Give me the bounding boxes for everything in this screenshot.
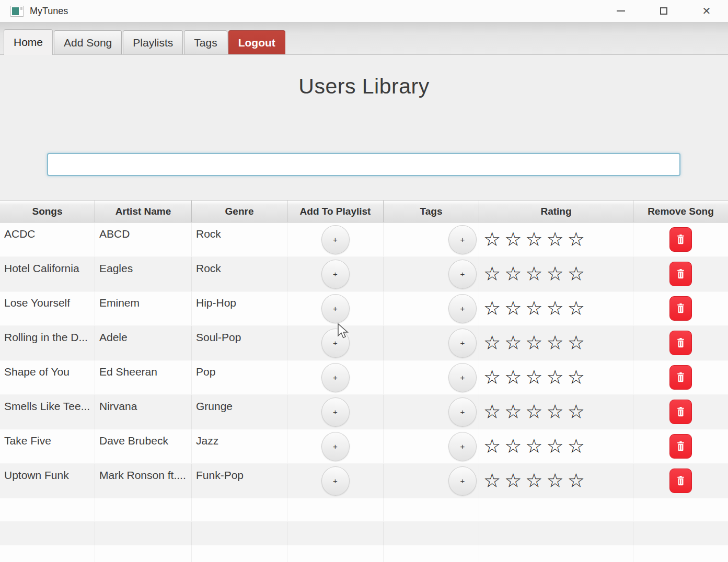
table-header: Songs Artist Name Genre Add To Playlist … (0, 201, 728, 223)
add-to-playlist-button[interactable]: + (321, 329, 350, 358)
star-icon[interactable]: ☆ (568, 333, 585, 353)
star-icon[interactable]: ☆ (504, 264, 522, 284)
star-icon[interactable]: ☆ (547, 230, 564, 249)
search-input[interactable] (47, 153, 680, 176)
artist-cell: Dave Brubeck (95, 429, 192, 464)
add-tag-button[interactable]: + (448, 329, 477, 358)
add-tag-button[interactable]: + (448, 397, 477, 427)
remove-song-button[interactable] (669, 296, 692, 321)
close-button[interactable]: ✕ (685, 0, 728, 22)
add-to-playlist-button[interactable]: + (321, 225, 350, 254)
star-icon[interactable]: ☆ (483, 299, 501, 318)
star-icon[interactable]: ☆ (525, 333, 542, 353)
star-icon[interactable]: ☆ (547, 368, 564, 387)
column-header-add-to-playlist[interactable]: Add To Playlist (287, 201, 384, 222)
add-tag-button[interactable]: + (448, 225, 477, 254)
star-icon[interactable]: ☆ (504, 437, 522, 456)
plus-icon: + (333, 373, 338, 382)
plus-icon: + (333, 476, 338, 485)
remove-song-button[interactable] (669, 331, 692, 355)
add-to-playlist-button[interactable]: + (321, 397, 350, 427)
star-icon[interactable]: ☆ (483, 471, 501, 490)
song-cell: Rolling in the D... (0, 326, 95, 360)
star-icon[interactable]: ☆ (547, 402, 564, 421)
tab-tags[interactable]: Tags (184, 30, 227, 54)
maximize-button[interactable] (642, 0, 685, 22)
star-icon[interactable]: ☆ (568, 368, 585, 387)
star-icon[interactable]: ☆ (568, 471, 585, 490)
column-header-rating[interactable]: Rating (479, 201, 633, 222)
star-icon[interactable]: ☆ (504, 368, 522, 387)
trash-icon (677, 303, 685, 313)
star-icon[interactable]: ☆ (568, 299, 585, 318)
song-title: Take Five (4, 435, 51, 447)
star-icon[interactable]: ☆ (525, 471, 542, 490)
star-icon[interactable]: ☆ (547, 333, 564, 353)
star-icon[interactable]: ☆ (483, 333, 501, 353)
add-tag-button[interactable]: + (448, 432, 477, 461)
song-cell: Take Five (0, 429, 95, 464)
rating-cell: ☆☆☆☆☆ (479, 257, 633, 291)
star-icon[interactable]: ☆ (568, 230, 585, 249)
empty-cell (95, 498, 192, 522)
column-header-remove-song[interactable]: Remove Song (633, 201, 728, 222)
star-icon[interactable]: ☆ (568, 402, 585, 421)
star-icon[interactable]: ☆ (504, 333, 522, 353)
star-icon[interactable]: ☆ (483, 264, 501, 284)
column-header-genre[interactable]: Genre (192, 201, 287, 222)
star-icon[interactable]: ☆ (525, 368, 542, 387)
remove-song-button[interactable] (669, 469, 692, 493)
title-bar: MyTunes ✕ (0, 0, 728, 22)
star-icon[interactable]: ☆ (504, 402, 522, 421)
column-header-songs[interactable]: Songs (0, 201, 95, 222)
star-icon[interactable]: ☆ (547, 471, 564, 490)
empty-cell (287, 522, 384, 545)
star-icon[interactable]: ☆ (483, 230, 501, 249)
remove-song-button[interactable] (669, 365, 692, 390)
remove-song-button[interactable] (669, 227, 692, 252)
app-icon (10, 6, 24, 17)
star-icon[interactable]: ☆ (483, 437, 501, 456)
add-tag-button[interactable]: + (448, 466, 477, 496)
star-icon[interactable]: ☆ (568, 264, 585, 284)
table-row: ACDC ABCD Rock + + ☆☆☆☆☆ (0, 223, 728, 257)
tab-home[interactable]: Home (4, 29, 53, 55)
star-icon[interactable]: ☆ (525, 402, 542, 421)
tab-logout[interactable]: Logout (228, 30, 285, 54)
star-icon[interactable]: ☆ (525, 437, 542, 456)
trash-icon (677, 407, 685, 417)
remove-song-button[interactable] (669, 400, 692, 424)
add-tag-button[interactable]: + (448, 363, 477, 392)
column-header-tags[interactable]: Tags (384, 201, 479, 222)
star-icon[interactable]: ☆ (547, 264, 564, 284)
remove-song-button[interactable] (669, 262, 692, 286)
add-to-playlist-button[interactable]: + (321, 294, 350, 323)
star-icon[interactable]: ☆ (525, 299, 542, 318)
star-icon[interactable]: ☆ (568, 437, 585, 456)
add-to-playlist-button[interactable]: + (321, 432, 350, 461)
genre-name: Hip-Hop (196, 297, 236, 309)
star-icon[interactable]: ☆ (483, 402, 501, 421)
star-icon[interactable]: ☆ (547, 299, 564, 318)
star-icon[interactable]: ☆ (483, 368, 501, 387)
remove-song-button[interactable] (669, 434, 692, 459)
add-to-playlist-button[interactable]: + (321, 466, 350, 496)
genre-name: Grunge (196, 400, 233, 413)
column-header-artist-name[interactable]: Artist Name (95, 201, 192, 222)
star-icon[interactable]: ☆ (504, 299, 522, 318)
rating-stars: ☆☆☆☆☆ (483, 264, 585, 284)
genre-cell: Grunge (192, 395, 287, 429)
tab-playlists[interactable]: Playlists (123, 30, 183, 54)
close-icon: ✕ (702, 6, 711, 16)
star-icon[interactable]: ☆ (525, 264, 542, 284)
star-icon[interactable]: ☆ (504, 230, 522, 249)
add-tag-button[interactable]: + (448, 294, 477, 323)
star-icon[interactable]: ☆ (547, 437, 564, 456)
tab-add-song[interactable]: Add Song (54, 30, 122, 54)
star-icon[interactable]: ☆ (525, 230, 542, 249)
add-to-playlist-button[interactable]: + (321, 363, 350, 392)
star-icon[interactable]: ☆ (504, 471, 522, 490)
minimize-button[interactable] (599, 0, 642, 22)
add-tag-button[interactable]: + (448, 260, 477, 289)
add-to-playlist-button[interactable]: + (321, 260, 350, 289)
